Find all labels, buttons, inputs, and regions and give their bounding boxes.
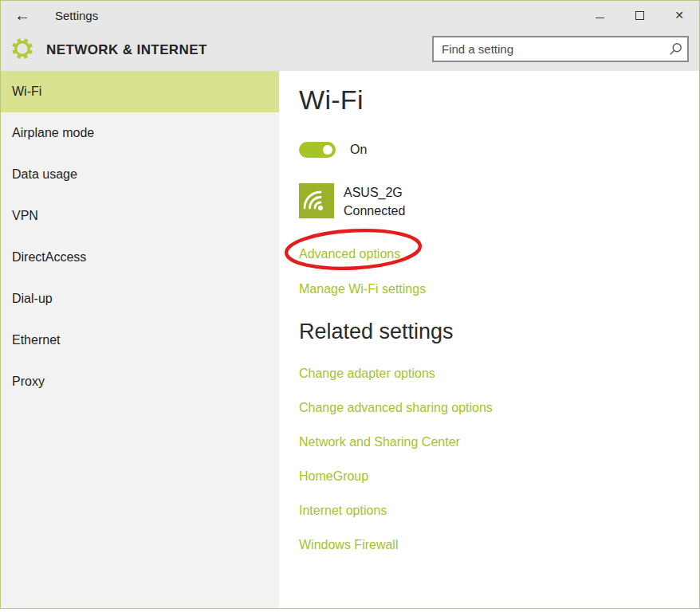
search-input[interactable] <box>432 36 689 62</box>
sidebar-item-data-usage[interactable]: Data usage <box>1 154 279 195</box>
main-content: Wi-Fi On <box>279 71 699 609</box>
network-info: ASUS_2G Connected <box>344 183 405 220</box>
search-box <box>432 36 689 62</box>
toggle-state-label: On <box>350 143 367 157</box>
page-title: Wi-Fi <box>299 84 699 116</box>
sidebar-item-directaccess[interactable]: DirectAccess <box>1 237 279 278</box>
close-button[interactable]: ✕ <box>659 1 699 29</box>
internet-options-link[interactable]: Internet options <box>299 503 699 518</box>
titlebar: ← Settings ✕ <box>1 1 699 29</box>
wifi-toggle-row: On <box>299 142 699 158</box>
settings-window: ← Settings ✕ NETWORK & INTERNET <box>0 0 700 609</box>
homegroup-link[interactable]: HomeGroup <box>299 469 699 484</box>
page-header: NETWORK & INTERNET <box>1 29 699 71</box>
connected-network-row: ASUS_2G Connected <box>299 183 699 222</box>
wifi-toggle[interactable] <box>299 142 336 158</box>
advanced-options-link[interactable]: Advanced options <box>299 246 699 261</box>
window-title: Settings <box>55 9 98 22</box>
change-advanced-sharing-options-link[interactable]: Change advanced sharing options <box>299 400 699 415</box>
minimize-button[interactable] <box>580 1 619 29</box>
network-ssid: ASUS_2G <box>344 183 405 202</box>
window-controls: ✕ <box>580 1 699 29</box>
sidebar: Wi-Fi Airplane mode Data usage VPN Direc… <box>1 71 279 609</box>
network-and-sharing-center-link[interactable]: Network and Sharing Center <box>299 434 699 449</box>
sidebar-item-ethernet[interactable]: Ethernet <box>1 320 279 361</box>
change-adapter-options-link[interactable]: Change adapter options <box>299 366 699 381</box>
sidebar-item-airplane-mode[interactable]: Airplane mode <box>1 112 279 154</box>
close-icon: ✕ <box>674 10 684 21</box>
windows-firewall-link[interactable]: Windows Firewall <box>299 537 699 552</box>
network-status: Connected <box>344 202 405 220</box>
sidebar-item-wifi[interactable]: Wi-Fi <box>1 71 279 112</box>
sidebar-item-vpn[interactable]: VPN <box>1 195 279 237</box>
wifi-signal-icon <box>299 183 334 222</box>
gear-icon <box>10 37 34 64</box>
sidebar-item-proxy[interactable]: Proxy <box>1 361 279 402</box>
minimize-icon <box>596 18 604 18</box>
toggle-knob-icon <box>323 145 332 155</box>
page-title-header: NETWORK & INTERNET <box>46 42 207 58</box>
maximize-icon <box>635 11 644 20</box>
related-settings-heading: Related settings <box>299 320 699 344</box>
back-button[interactable]: ← <box>14 7 30 23</box>
search-icon[interactable] <box>669 42 682 59</box>
maximize-button[interactable] <box>619 1 659 29</box>
related-links: Change adapter options Change advanced s… <box>299 366 699 552</box>
sidebar-item-dial-up[interactable]: Dial-up <box>1 278 279 320</box>
manage-wifi-settings-link[interactable]: Manage Wi-Fi settings <box>299 281 699 296</box>
app-body: Wi-Fi Airplane mode Data usage VPN Direc… <box>1 71 699 609</box>
